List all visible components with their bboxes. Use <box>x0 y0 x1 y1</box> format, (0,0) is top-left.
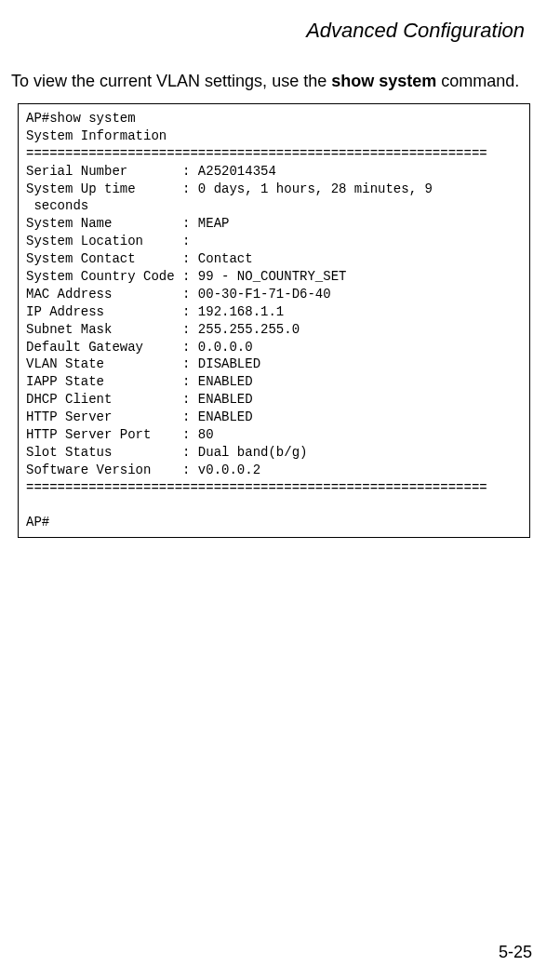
terminal-line: seconds <box>26 198 88 213</box>
intro-paragraph: To view the current VLAN settings, use t… <box>11 69 532 94</box>
terminal-line: ========================================… <box>26 480 487 495</box>
terminal-line: Slot Status : Dual band(b/g) <box>26 445 307 460</box>
intro-suffix: command. <box>436 72 519 90</box>
section-title: Advanced Configuration <box>20 19 525 43</box>
terminal-line: Software Version : v0.0.0.2 <box>26 463 260 477</box>
terminal-line: MAC Address : 00-30-F1-71-D6-40 <box>26 287 331 302</box>
terminal-line: HTTP Server Port : 80 <box>26 427 214 442</box>
page-number: 5-25 <box>499 943 532 962</box>
terminal-line: HTTP Server : ENABLED <box>26 409 253 424</box>
terminal-line: System Country Code : 99 - NO_COUNTRY_SE… <box>26 269 346 284</box>
terminal-line: System Up time : 0 days, 1 hours, 28 min… <box>26 181 440 196</box>
terminal-line: Subnet Mask : 255.255.255.0 <box>26 322 300 337</box>
terminal-line: System Name : MEAP <box>26 216 229 231</box>
terminal-line: System Information <box>26 128 167 143</box>
terminal-line: IP Address : 192.168.1.1 <box>26 304 284 319</box>
terminal-line: Default Gateway : 0.0.0.0 <box>26 340 253 355</box>
terminal-line: ========================================… <box>26 146 487 161</box>
terminal-line: AP# <box>26 515 49 530</box>
terminal-line: AP#show system <box>26 111 136 126</box>
terminal-line: Serial Number : A252014354 <box>26 164 276 179</box>
terminal-line: VLAN State : DISABLED <box>26 356 260 371</box>
terminal-line: System Location : <box>26 234 198 248</box>
intro-prefix: To view the current VLAN settings, use t… <box>11 72 331 90</box>
terminal-line: System Contact : Contact <box>26 251 253 266</box>
terminal-line: DHCP Client : ENABLED <box>26 392 253 407</box>
terminal-line: IAPP State : ENABLED <box>26 374 253 389</box>
intro-bold-command: show system <box>331 72 436 90</box>
terminal-output: AP#show system System Information ======… <box>18 103 530 538</box>
